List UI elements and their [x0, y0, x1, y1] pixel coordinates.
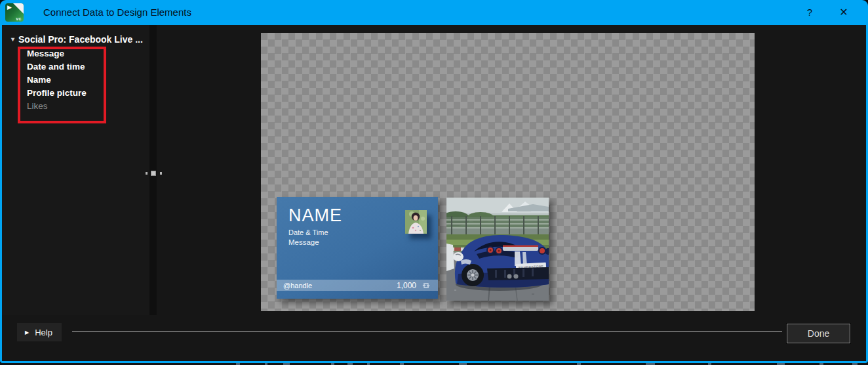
chevron-right-icon: ▶ [25, 330, 29, 335]
tree-group-social-pro[interactable]: ▾Social Pro: Facebook Live ... [11, 34, 143, 45]
data-source-panel: ▾Social Pro: Facebook Live ... Message D… [2, 25, 149, 315]
done-button[interactable]: Done [787, 324, 850, 343]
chevron-down-icon[interactable]: ▾ [11, 35, 14, 43]
app-icon: ▶ vc [5, 3, 24, 22]
car-photo-image: SILVERSTONE [446, 198, 549, 301]
splitter-grip-handle[interactable] [151, 171, 156, 176]
profile-picture-thumbnail [405, 210, 427, 234]
tree-item-name[interactable]: Name [27, 75, 51, 85]
tree-group-label: Social Pro: Facebook Live ... [18, 34, 143, 45]
close-icon[interactable]: ✕ [829, 0, 859, 25]
titlebar-help-button[interactable]: ? [795, 0, 825, 25]
help-button[interactable]: ▶ Help [17, 323, 62, 341]
tree-item-likes[interactable]: Likes [27, 101, 48, 111]
card-datetime-text: Date & Time [288, 228, 328, 236]
dialog-content: ▾Social Pro: Facebook Live ... Message D… [2, 25, 866, 361]
titlebar[interactable]: ▶ vc Connect Data to Design Elements ? ✕ [0, 0, 868, 25]
dialog-window: ▶ vc Connect Data to Design Elements ? ✕… [0, 0, 868, 363]
splitter-grip-dot [146, 172, 148, 175]
retweet-icon [421, 282, 431, 290]
card-likes-count: 1,000 [397, 281, 416, 290]
splitter-grip-dot [160, 172, 162, 175]
footer-divider [72, 332, 782, 332]
play-icon: ▶ [7, 4, 12, 11]
dialog-title: Connect Data to Design Elements [43, 0, 191, 25]
card-name-text: NAME [288, 205, 342, 226]
app-icon-wedge [12, 3, 24, 14]
card-handle-text: @handle [283, 282, 312, 290]
tree-item-date-and-time[interactable]: Date and time [27, 62, 85, 72]
preview-canvas: NAME Date & Time Message [261, 33, 755, 311]
card-message-text: Message [288, 238, 319, 246]
photo-design-element[interactable]: SILVERSTONE [446, 198, 549, 301]
title-card-design-element[interactable]: NAME Date & Time Message [277, 197, 438, 299]
help-button-label: Help [35, 328, 52, 337]
card-footer-bar: @handle 1,000 [277, 280, 438, 291]
app-icon-label: vc [16, 16, 22, 21]
panel-splitter[interactable] [149, 25, 157, 315]
tree-item-profile-picture[interactable]: Profile picture [27, 88, 87, 98]
tree-item-message[interactable]: Message [27, 49, 64, 58]
